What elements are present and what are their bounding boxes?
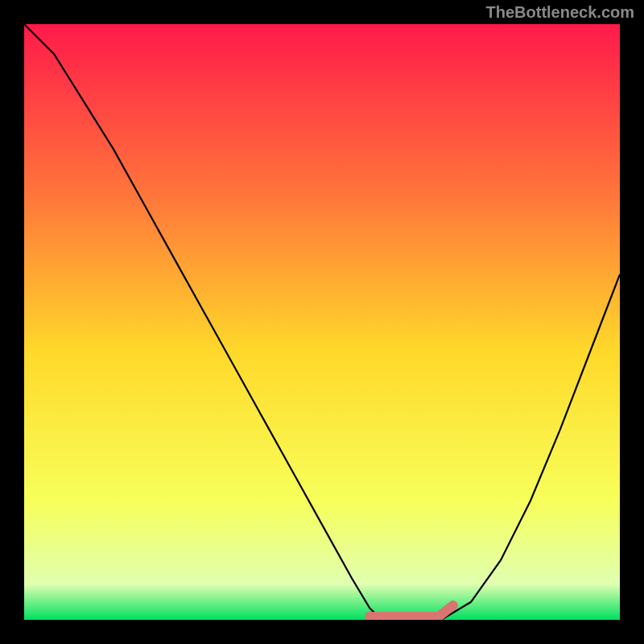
gradient-background — [24, 24, 620, 620]
chart-container: TheBottleneck.com — [0, 0, 644, 644]
svg-rect-0 — [24, 24, 620, 620]
plot-area — [24, 24, 620, 620]
watermark-text: TheBottleneck.com — [486, 3, 634, 22]
